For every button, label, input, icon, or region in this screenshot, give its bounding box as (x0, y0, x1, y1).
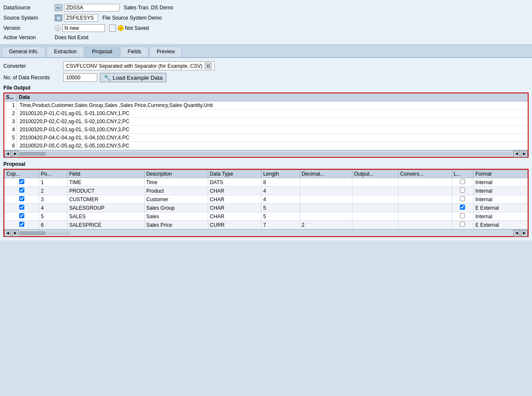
proposal-header-row: Cop... Po... Field Description Data Type… (5, 170, 528, 178)
fo-row-data: 20100420,P-04,C-04,sg-01, S-04,100,CNY,4… (17, 134, 528, 142)
doc-icon[interactable]: 📄 (109, 25, 116, 32)
table-row: 4 SALESGROUP Sales Group CHAR 5 E Extern… (5, 204, 528, 212)
copy-checkbox-cell[interactable] (5, 195, 39, 204)
datasource-label: DataSource (3, 5, 55, 11)
scroll-track[interactable] (20, 152, 512, 156)
output-cell (352, 195, 398, 204)
file-output-scrollbar[interactable]: ◀ ▶ ◀ ▶ (4, 150, 528, 157)
l-checkbox-cell[interactable] (452, 178, 474, 187)
scroll-thumb[interactable] (20, 152, 45, 156)
proposal-scroll-left-end[interactable]: ▶ (521, 230, 528, 237)
version-row: Version ◇ N new 📄 − Not Saved (3, 23, 529, 33)
tab-preview[interactable]: Preview (149, 46, 182, 57)
copy-checkbox-cell[interactable] (5, 221, 39, 229)
file-output-header: S... Data (4, 93, 528, 101)
proposal-scroll-thumb[interactable] (20, 231, 45, 235)
file-output-row: 420100320,P-03,C-03,sg-01, S-03,100,CNY,… (4, 126, 528, 134)
datatype-cell: DATS (208, 178, 261, 187)
file-output-row: 320100220,P-02,C-02,sg-01, S-02,100,CNY,… (4, 118, 528, 126)
fo-col-data-header: Data (17, 93, 528, 101)
l-checkbox-cell[interactable] (452, 195, 474, 204)
scroll-left-end-btn[interactable]: ▶ (521, 150, 528, 157)
decimal-cell (299, 195, 352, 204)
file-output-row: 220100120,P-01,C-01,sg-01, S-01,100,CNY,… (4, 110, 528, 118)
scroll-left-btn[interactable]: ◀ (4, 150, 11, 157)
copy-checkbox[interactable] (19, 196, 24, 201)
convers-cell (398, 212, 452, 221)
length-cell: 5 (261, 212, 299, 221)
source-system-desc: File Source System Demo (102, 15, 162, 21)
converter-icon[interactable]: ⊟ (205, 63, 212, 69)
copy-checkbox[interactable] (19, 179, 24, 184)
format-cell: Internal (474, 195, 528, 204)
table-row: 1 TIME Time DATS 8 Internal (5, 178, 528, 187)
datatype-cell: CHAR (208, 187, 261, 195)
proposal-scroll-right[interactable]: ▶ (12, 230, 19, 237)
copy-checkbox-cell[interactable] (5, 204, 39, 212)
decimal-cell (299, 212, 352, 221)
not-saved-icon: − (118, 25, 124, 31)
no-records-label: No. of Data Records (3, 75, 63, 81)
l-checkbox-cell[interactable] (452, 212, 474, 221)
col-field: Field (67, 170, 145, 178)
no-records-input[interactable]: 10000 (63, 73, 97, 82)
l-checkbox[interactable] (460, 196, 465, 201)
copy-checkbox[interactable] (19, 213, 24, 218)
tab-general-info[interactable]: General Info. (2, 46, 46, 57)
copy-checkbox[interactable] (19, 222, 24, 227)
proposal-scroll-left[interactable]: ◀ (4, 230, 11, 237)
col-pos: Po... (39, 170, 67, 178)
col-datatype: Data Type (208, 170, 261, 178)
format-cell: Internal (474, 187, 528, 195)
l-checkbox-cell[interactable] (452, 204, 474, 212)
l-checkbox[interactable] (460, 179, 465, 184)
proposal-scroll-track[interactable] (20, 231, 71, 235)
description-cell: Time (144, 178, 208, 187)
copy-checkbox[interactable] (19, 188, 24, 193)
copy-checkbox[interactable] (19, 205, 24, 210)
scroll-right-btn[interactable]: ▶ (12, 150, 19, 157)
col-decimal: Decimal... (299, 170, 352, 178)
format-cell: E External (474, 221, 528, 229)
l-checkbox[interactable] (460, 213, 465, 218)
tab-extraction[interactable]: Extraction (47, 46, 84, 57)
col-l: L... (452, 170, 474, 178)
converter-value: CSVFLCONV Separated with Separator (for … (63, 61, 215, 70)
file-output-row: 520100420,P-04,C-04,sg-01, S-04,100,CNY,… (4, 134, 528, 142)
copy-checkbox-cell[interactable] (5, 187, 39, 195)
l-checkbox-cell[interactable] (452, 187, 474, 195)
tab-fields[interactable]: Fields (120, 46, 148, 57)
proposal-scroll-right-end[interactable]: ◀ (513, 230, 520, 237)
tabs-bar: General Info. Extraction Proposal Fields… (0, 45, 532, 58)
l-checkbox[interactable] (460, 222, 465, 227)
proposal-title: Proposal (3, 161, 529, 167)
length-cell: 4 (261, 187, 299, 195)
convers-cell (398, 195, 452, 204)
load-example-data-button[interactable]: 🔧 Load Example Data (100, 73, 166, 82)
output-cell (352, 204, 398, 212)
table-row: 2 PRODUCT Product CHAR 4 Internal (5, 187, 528, 195)
proposal-scrollbar[interactable]: ◀ ▶ ◀ ▶ (4, 229, 528, 236)
datatype-cell: CHAR (208, 204, 261, 212)
output-cell (352, 178, 398, 187)
copy-checkbox-cell[interactable] (5, 178, 39, 187)
fo-row-num: 5 (4, 134, 17, 142)
format-cell: E External (474, 204, 528, 212)
col-length: Length (261, 170, 299, 178)
fo-row-data: 20100520,P-05,C-05,sg-02, S-05,100,CNY,5… (17, 142, 528, 150)
datasource-icon: ≡═ (55, 4, 62, 11)
fo-row-num: 2 (4, 110, 17, 117)
col-convers: Convers... (398, 170, 452, 178)
description-cell: Sales Price (144, 221, 208, 229)
decimal-cell (299, 187, 352, 195)
length-cell: 5 (261, 204, 299, 212)
copy-checkbox-cell[interactable] (5, 212, 39, 221)
tab-proposal[interactable]: Proposal (85, 46, 119, 57)
l-checkbox-cell[interactable] (452, 221, 474, 229)
l-checkbox[interactable] (460, 188, 465, 193)
load-icon: 🔧 (104, 74, 111, 81)
l-checkbox[interactable] (460, 205, 465, 210)
convers-cell (398, 221, 452, 229)
scroll-right-end-btn[interactable]: ◀ (513, 150, 520, 157)
description-cell: Sales (144, 212, 208, 221)
